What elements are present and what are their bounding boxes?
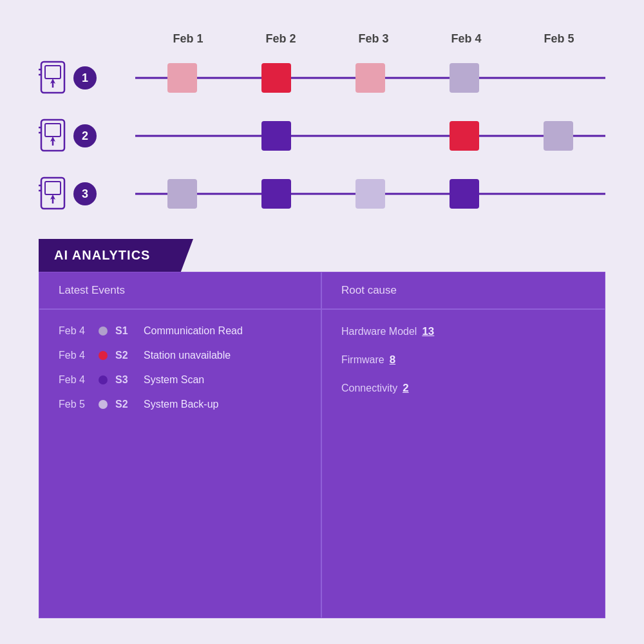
event-slot-r2-feb5 bbox=[511, 110, 605, 162]
event-block-r1-feb2[interactable] bbox=[261, 63, 291, 93]
date-feb2: Feb 2 bbox=[234, 32, 327, 46]
date-feb5: Feb 5 bbox=[513, 32, 605, 46]
event-slot-r3-feb1 bbox=[135, 168, 229, 220]
charger-icon-2 bbox=[39, 118, 67, 153]
root-cause-row-0: Hardware Model 13 bbox=[341, 325, 585, 338]
event-desc-2: System Scan bbox=[144, 374, 204, 386]
event-row-3: Feb 5 S2 System Back-up bbox=[59, 399, 301, 410]
charger-rows: 1 bbox=[39, 52, 605, 220]
root-cause-value-1[interactable]: 8 bbox=[390, 354, 395, 366]
event-row-2: Feb 4 S3 System Scan bbox=[59, 374, 301, 386]
table-body-events: Feb 4 S1 Communication Read Feb 4 S2 Sta… bbox=[39, 310, 322, 618]
charger-row-3: 3 bbox=[39, 168, 605, 220]
event-station-3: S2 bbox=[115, 399, 136, 410]
timeline-track-2 bbox=[135, 110, 605, 162]
event-slot-r2-feb3-empty bbox=[323, 110, 417, 162]
charger-row-1: 1 bbox=[39, 52, 605, 104]
date-feb1: Feb 1 bbox=[142, 32, 234, 46]
event-block-r3-feb4[interactable] bbox=[450, 179, 479, 209]
analytics-table: Latest Events Root cause Feb 4 S1 Commun… bbox=[39, 272, 605, 618]
event-slot-r2-feb4 bbox=[417, 110, 511, 162]
event-date-0: Feb 4 bbox=[59, 325, 91, 337]
event-block-r3-feb2[interactable] bbox=[261, 179, 291, 209]
event-slot-r3-feb5-empty bbox=[511, 168, 605, 220]
charger-number-1: 1 bbox=[73, 66, 97, 90]
event-block-r1-feb1[interactable] bbox=[167, 63, 197, 93]
event-desc-3: System Back-up bbox=[144, 399, 218, 410]
event-block-r3-feb1[interactable] bbox=[167, 179, 197, 209]
event-block-r2-feb4[interactable] bbox=[450, 121, 479, 151]
table-body-root: Hardware Model 13 Firmware 8 Connectivit… bbox=[322, 310, 605, 618]
event-slot-r2-feb1-empty bbox=[135, 110, 229, 162]
root-cause-label-0: Hardware Model bbox=[341, 326, 417, 337]
event-slot-r1-feb5-empty bbox=[511, 52, 605, 104]
event-block-r2-feb5[interactable] bbox=[544, 121, 573, 151]
root-cause-row-2: Connectivity 2 bbox=[341, 382, 585, 395]
svg-rect-7 bbox=[45, 124, 61, 137]
chart-area: Feb 1 Feb 2 Feb 3 Feb 4 Feb 5 1 bbox=[39, 26, 605, 220]
event-slot-r1-feb4 bbox=[417, 52, 511, 104]
charger-icon-3 bbox=[39, 176, 67, 211]
svg-rect-1 bbox=[45, 66, 61, 79]
event-slot-r3-feb4 bbox=[417, 168, 511, 220]
event-slot-r2-feb2 bbox=[229, 110, 323, 162]
analytics-title: AI ANALYTICS bbox=[54, 248, 150, 262]
event-slot-r3-feb2 bbox=[229, 168, 323, 220]
event-date-1: Feb 4 bbox=[59, 350, 91, 361]
event-block-r2-feb2[interactable] bbox=[261, 121, 291, 151]
event-row-1: Feb 4 S2 Station unavailable bbox=[59, 350, 301, 361]
svg-rect-13 bbox=[45, 182, 61, 194]
col-header-root: Root cause bbox=[322, 272, 605, 310]
event-block-r1-feb4[interactable] bbox=[450, 63, 479, 93]
root-cause-label-1: Firmware bbox=[341, 354, 384, 366]
event-slot-r1-feb2 bbox=[229, 52, 323, 104]
root-cause-label-2: Connectivity bbox=[341, 383, 397, 394]
timeline-events-2 bbox=[135, 110, 605, 162]
charger-icon-group-1: 1 bbox=[39, 61, 135, 95]
event-station-0: S1 bbox=[115, 325, 136, 337]
timeline-events-3 bbox=[135, 168, 605, 220]
charger-number-3: 3 bbox=[73, 182, 97, 205]
event-date-2: Feb 4 bbox=[59, 374, 91, 386]
event-slot-r1-feb1 bbox=[135, 52, 229, 104]
charger-icon-group-3: 3 bbox=[39, 176, 135, 211]
date-feb3: Feb 3 bbox=[327, 32, 420, 46]
col-header-events: Latest Events bbox=[39, 272, 322, 310]
analytics-section: AI ANALYTICS Latest Events Root cause Fe… bbox=[39, 239, 605, 618]
event-desc-1: Station unavailable bbox=[144, 350, 231, 361]
charger-number-2: 2 bbox=[73, 124, 97, 147]
root-cause-value-0[interactable]: 13 bbox=[422, 325, 434, 338]
date-feb4: Feb 4 bbox=[420, 32, 513, 46]
date-headers: Feb 1 Feb 2 Feb 3 Feb 4 Feb 5 bbox=[142, 32, 605, 46]
event-dot-1 bbox=[99, 351, 108, 360]
event-row-0: Feb 4 S1 Communication Read bbox=[59, 325, 301, 337]
event-dot-3 bbox=[99, 400, 108, 409]
event-slot-r1-feb3 bbox=[323, 52, 417, 104]
event-station-1: S2 bbox=[115, 350, 136, 361]
event-desc-0: Communication Read bbox=[144, 325, 243, 337]
charger-icon-1 bbox=[39, 61, 67, 95]
main-container: Feb 1 Feb 2 Feb 3 Feb 4 Feb 5 1 bbox=[0, 0, 644, 644]
charger-row-2: 2 bbox=[39, 110, 605, 162]
analytics-header: AI ANALYTICS bbox=[39, 239, 193, 272]
root-cause-value-2[interactable]: 2 bbox=[402, 382, 408, 395]
root-cause-row-1: Firmware 8 bbox=[341, 354, 585, 366]
event-station-2: S3 bbox=[115, 374, 136, 386]
timeline-track-3 bbox=[135, 168, 605, 220]
charger-icon-group-2: 2 bbox=[39, 118, 135, 153]
timeline-events-1 bbox=[135, 52, 605, 104]
event-block-r1-feb3[interactable] bbox=[355, 63, 385, 93]
event-dot-2 bbox=[99, 375, 108, 384]
event-block-r3-feb3[interactable] bbox=[355, 179, 385, 209]
timeline-track-1 bbox=[135, 52, 605, 104]
event-date-3: Feb 5 bbox=[59, 399, 91, 410]
event-dot-0 bbox=[99, 327, 108, 336]
event-slot-r3-feb3 bbox=[323, 168, 417, 220]
